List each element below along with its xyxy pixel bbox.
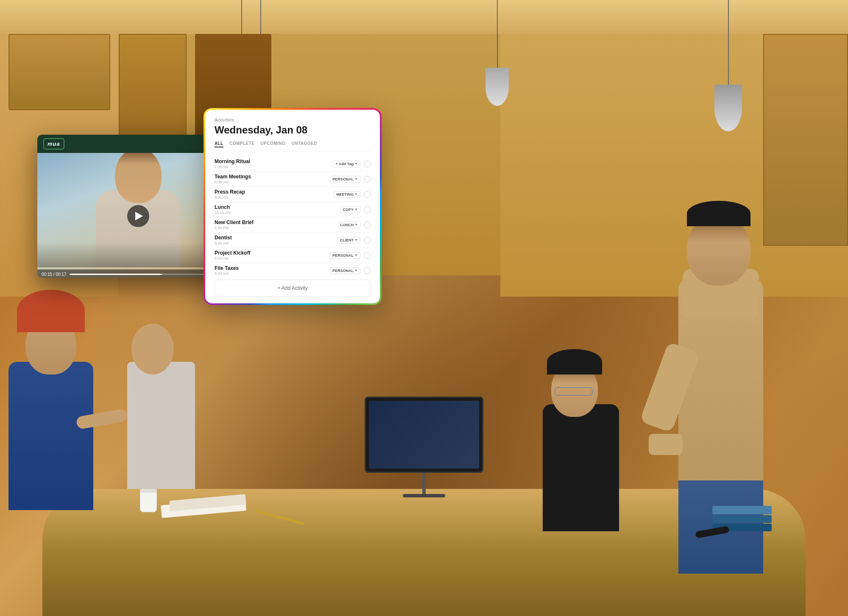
tag-label: Add Tag: [339, 162, 354, 166]
tag-label: PERSONAL: [332, 253, 354, 258]
activity-tag-add[interactable]: + Add Tag ▼: [333, 161, 360, 167]
activity-tag-copy[interactable]: COPY ▼: [340, 206, 360, 213]
filter-tabs: ALL COMPLETE UPCOMING UNTAGGED: [215, 141, 371, 151]
rainbow-card-container: Activities Wednesday, Jan 08 ALL COMPLET…: [204, 108, 382, 305]
activity-name: Dentist: [215, 235, 334, 241]
activity-time: 3:40 AM: [215, 241, 334, 245]
add-activity-button[interactable]: + Add Activity: [215, 280, 371, 297]
tag-label: COPY: [343, 208, 354, 212]
activity-tag-meeting[interactable]: MEETING ▼: [334, 191, 360, 198]
activities-section-label: Activities: [215, 117, 371, 122]
tag-label: CLIENT: [340, 238, 354, 242]
activity-time: 5:20 AM: [215, 256, 326, 261]
activity-item-project-kickoff: Project Kickoff 5:20 AM PERSONAL ▼: [215, 248, 371, 263]
activity-complete-toggle[interactable]: [364, 222, 371, 228]
activity-tag-personal[interactable]: PERSONAL ▼: [330, 176, 360, 183]
activities-card: Activities Wednesday, Jan 08 ALL COMPLET…: [205, 110, 380, 303]
filter-tab-all[interactable]: ALL: [215, 141, 223, 147]
activity-name: Lunch: [215, 204, 337, 210]
activity-info: Team Meetings 8:30 AM: [215, 174, 326, 184]
activity-list: Morning Ritual 7:30 AM + Add Tag ▼ Team …: [215, 156, 371, 275]
activity-tag-personal[interactable]: PERSONAL ▼: [330, 252, 360, 259]
card-inner: Activities Wednesday, Jan 08 ALL COMPLET…: [205, 110, 380, 303]
wall-cabinet-1: [8, 34, 110, 110]
activity-time: 2:30 PM: [215, 226, 335, 230]
play-icon: [135, 212, 143, 220]
video-logo: mua: [43, 138, 64, 150]
progress-fill: [70, 274, 162, 275]
filter-tab-complete[interactable]: COMPLETE: [229, 141, 255, 147]
tag-dropdown-icon: ▼: [354, 223, 358, 227]
tag-label: PERSONAL: [332, 269, 354, 273]
video-person-head: [115, 153, 162, 203]
tag-dropdown-icon: ▼: [354, 177, 358, 181]
activity-item-dentist: Dentist 3:40 AM CLIENT ▼: [215, 233, 371, 248]
activity-item-lunch: Lunch 10:15 AM COPY ▼: [215, 202, 371, 217]
person-left: [0, 256, 136, 510]
activity-name: File Taxes: [215, 265, 326, 271]
tag-dropdown-icon: ▼: [354, 238, 358, 242]
activity-info: New Client Brief 2:30 PM: [215, 219, 335, 230]
play-button[interactable]: [127, 205, 149, 227]
tag-label: PERSONAL: [332, 177, 354, 181]
tag-dropdown-icon: ▼: [354, 192, 358, 196]
activity-time: 10:15 AM: [215, 211, 337, 215]
tag-plus-icon: +: [335, 162, 338, 166]
coffee-cup: [140, 489, 157, 512]
tag-dropdown-icon: ▼: [354, 269, 358, 272]
activity-info: Project Kickoff 5:20 AM: [215, 250, 326, 261]
activity-complete-toggle[interactable]: [364, 161, 371, 167]
activity-time: 6:00 AM: [215, 272, 326, 275]
monitor: [365, 397, 483, 497]
activity-item-file-taxes: File Taxes 6:00 AM PERSONAL ▼: [215, 263, 371, 275]
activity-complete-toggle[interactable]: [364, 176, 371, 183]
tag-label: LUNCH: [340, 223, 354, 227]
activity-tag-lunch[interactable]: LUNCH ▼: [338, 222, 360, 228]
video-time: 00:15 / 00:17: [42, 272, 66, 277]
activity-info: Dentist 3:40 AM: [215, 235, 334, 245]
tag-dropdown-icon: ▼: [354, 208, 358, 211]
activity-item-morning-ritual: Morning Ritual 7:30 AM + Add Tag ▼: [215, 156, 371, 172]
pendant-light-4: [714, 0, 742, 131]
activity-item-team-meetings: Team Meetings 8:30 AM PERSONAL ▼: [215, 172, 371, 187]
activity-complete-toggle[interactable]: [364, 206, 371, 213]
activity-info: Morning Ritual 7:30 AM: [215, 158, 329, 169]
person-right-seated: [526, 319, 644, 531]
activity-info: Press Recap 9:20 AM: [215, 189, 330, 200]
activity-info: File Taxes 6:00 AM: [215, 265, 326, 275]
activities-date: Wednesday, Jan 08: [215, 124, 371, 136]
activity-name: Press Recap: [215, 189, 330, 195]
tag-label: MEETING: [336, 192, 354, 197]
activity-complete-toggle[interactable]: [364, 267, 371, 274]
filter-tab-upcoming[interactable]: UPCOMING: [261, 141, 286, 147]
activity-name: Team Meetings: [215, 174, 326, 180]
activity-tag-client[interactable]: CLIENT ▼: [338, 237, 360, 244]
activity-info: Lunch 10:15 AM: [215, 204, 337, 215]
activity-complete-toggle[interactable]: [364, 237, 371, 244]
activity-item-new-client-brief: New Client Brief 2:30 PM LUNCH ▼: [215, 217, 371, 233]
activity-name: Morning Ritual: [215, 158, 329, 164]
activity-time: 8:30 AM: [215, 180, 326, 184]
activity-time: 9:20 AM: [215, 195, 330, 200]
activity-name: Project Kickoff: [215, 250, 326, 256]
filter-tab-untagged[interactable]: UNTAGGED: [292, 141, 317, 147]
tag-dropdown-icon: ▼: [354, 253, 358, 257]
activity-complete-toggle[interactable]: [364, 191, 371, 198]
pendant-light-3: [485, 0, 509, 106]
activity-tag-personal[interactable]: PERSONAL ▼: [330, 267, 360, 274]
activity-complete-toggle[interactable]: [364, 252, 371, 259]
activity-name: New Client Brief: [215, 219, 335, 225]
activity-time: 7:30 AM: [215, 165, 329, 169]
activity-item-press-recap: Press Recap 9:20 AM MEETING ▼: [215, 187, 371, 202]
tag-dropdown-icon: ▼: [354, 162, 358, 166]
